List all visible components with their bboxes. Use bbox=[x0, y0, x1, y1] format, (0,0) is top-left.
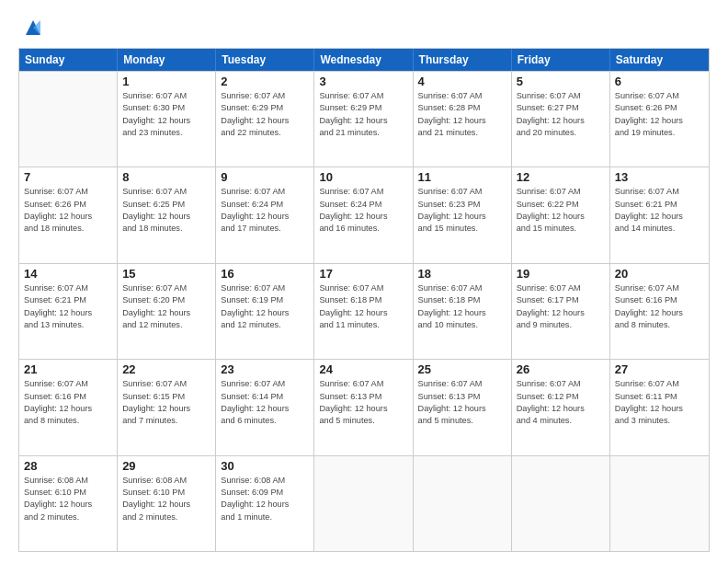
day-number: 6 bbox=[615, 75, 704, 88]
weekday-header-wednesday: Wednesday bbox=[314, 49, 413, 71]
day-cell-30: 30Sunrise: 6:08 AM Sunset: 6:09 PM Dayli… bbox=[216, 456, 314, 551]
day-cell-14: 14Sunrise: 6:07 AM Sunset: 6:21 PM Dayli… bbox=[19, 264, 118, 359]
weekday-header-tuesday: Tuesday bbox=[216, 49, 314, 71]
day-number: 13 bbox=[615, 170, 704, 184]
day-info: Sunrise: 6:07 AM Sunset: 6:21 PM Dayligh… bbox=[24, 282, 112, 331]
day-cell-13: 13Sunrise: 6:07 AM Sunset: 6:21 PM Dayli… bbox=[610, 167, 709, 262]
day-number: 12 bbox=[517, 170, 605, 184]
day-info: Sunrise: 6:07 AM Sunset: 6:16 PM Dayligh… bbox=[24, 378, 112, 427]
day-info: Sunrise: 6:07 AM Sunset: 6:11 PM Dayligh… bbox=[615, 378, 704, 427]
day-number: 25 bbox=[418, 362, 506, 376]
day-number: 2 bbox=[221, 75, 309, 88]
day-cell-6: 6Sunrise: 6:07 AM Sunset: 6:26 PM Daylig… bbox=[610, 72, 709, 167]
day-cell-20: 20Sunrise: 6:07 AM Sunset: 6:16 PM Dayli… bbox=[610, 264, 709, 359]
day-number: 8 bbox=[122, 170, 210, 184]
empty-cell bbox=[512, 456, 610, 551]
day-number: 20 bbox=[615, 267, 704, 281]
day-info: Sunrise: 6:07 AM Sunset: 6:29 PM Dayligh… bbox=[221, 90, 309, 139]
day-cell-11: 11Sunrise: 6:07 AM Sunset: 6:23 PM Dayli… bbox=[414, 167, 512, 262]
day-info: Sunrise: 6:07 AM Sunset: 6:17 PM Dayligh… bbox=[517, 282, 605, 331]
calendar-row-5: 28Sunrise: 6:08 AM Sunset: 6:10 PM Dayli… bbox=[19, 455, 709, 551]
page: SundayMondayTuesdayWednesdayThursdayFrid… bbox=[0, 0, 728, 563]
day-info: Sunrise: 6:07 AM Sunset: 6:12 PM Dayligh… bbox=[517, 378, 605, 427]
empty-cell bbox=[19, 72, 118, 167]
day-cell-25: 25Sunrise: 6:07 AM Sunset: 6:13 PM Dayli… bbox=[414, 360, 512, 454]
day-info: Sunrise: 6:07 AM Sunset: 6:13 PM Dayligh… bbox=[418, 378, 506, 427]
day-number: 29 bbox=[122, 459, 210, 473]
day-cell-21: 21Sunrise: 6:07 AM Sunset: 6:16 PM Dayli… bbox=[19, 360, 118, 454]
day-info: Sunrise: 6:07 AM Sunset: 6:28 PM Dayligh… bbox=[418, 90, 506, 139]
day-info: Sunrise: 6:08 AM Sunset: 6:10 PM Dayligh… bbox=[24, 475, 112, 523]
day-info: Sunrise: 6:07 AM Sunset: 6:24 PM Dayligh… bbox=[319, 186, 407, 235]
day-cell-16: 16Sunrise: 6:07 AM Sunset: 6:19 PM Dayli… bbox=[216, 264, 314, 359]
day-number: 21 bbox=[24, 362, 112, 376]
day-number: 7 bbox=[24, 170, 112, 184]
empty-cell bbox=[414, 456, 512, 551]
day-info: Sunrise: 6:07 AM Sunset: 6:27 PM Dayligh… bbox=[517, 90, 605, 139]
day-info: Sunrise: 6:07 AM Sunset: 6:18 PM Dayligh… bbox=[418, 282, 506, 331]
empty-cell bbox=[314, 456, 413, 551]
day-number: 9 bbox=[221, 170, 309, 184]
day-info: Sunrise: 6:07 AM Sunset: 6:26 PM Dayligh… bbox=[615, 90, 704, 139]
logo-icon bbox=[20, 15, 46, 40]
day-info: Sunrise: 6:07 AM Sunset: 6:22 PM Dayligh… bbox=[517, 186, 605, 235]
day-number: 15 bbox=[122, 267, 210, 281]
day-info: Sunrise: 6:08 AM Sunset: 6:09 PM Dayligh… bbox=[221, 475, 309, 523]
weekday-header-monday: Monday bbox=[118, 49, 216, 71]
logo bbox=[18, 15, 46, 40]
calendar: SundayMondayTuesdayWednesdayThursdayFrid… bbox=[18, 48, 710, 552]
calendar-body: 1Sunrise: 6:07 AM Sunset: 6:30 PM Daylig… bbox=[19, 71, 709, 551]
day-cell-22: 22Sunrise: 6:07 AM Sunset: 6:15 PM Dayli… bbox=[118, 360, 216, 454]
day-cell-26: 26Sunrise: 6:07 AM Sunset: 6:12 PM Dayli… bbox=[512, 360, 610, 454]
day-info: Sunrise: 6:07 AM Sunset: 6:29 PM Dayligh… bbox=[319, 90, 407, 139]
day-number: 14 bbox=[24, 267, 112, 281]
day-cell-8: 8Sunrise: 6:07 AM Sunset: 6:25 PM Daylig… bbox=[118, 167, 216, 262]
day-number: 4 bbox=[418, 75, 506, 88]
day-number: 16 bbox=[221, 267, 309, 281]
day-cell-1: 1Sunrise: 6:07 AM Sunset: 6:30 PM Daylig… bbox=[118, 72, 216, 167]
weekday-header-thursday: Thursday bbox=[414, 49, 512, 71]
day-number: 3 bbox=[319, 75, 407, 88]
day-number: 23 bbox=[221, 362, 309, 376]
day-cell-28: 28Sunrise: 6:08 AM Sunset: 6:10 PM Dayli… bbox=[19, 456, 118, 551]
day-info: Sunrise: 6:07 AM Sunset: 6:21 PM Dayligh… bbox=[615, 186, 704, 235]
day-cell-9: 9Sunrise: 6:07 AM Sunset: 6:24 PM Daylig… bbox=[216, 167, 314, 262]
weekday-header-sunday: Sunday bbox=[19, 49, 118, 71]
day-info: Sunrise: 6:07 AM Sunset: 6:19 PM Dayligh… bbox=[221, 282, 309, 331]
calendar-row-1: 1Sunrise: 6:07 AM Sunset: 6:30 PM Daylig… bbox=[19, 71, 709, 167]
calendar-row-2: 7Sunrise: 6:07 AM Sunset: 6:26 PM Daylig… bbox=[19, 167, 709, 262]
day-number: 10 bbox=[319, 170, 407, 184]
day-info: Sunrise: 6:07 AM Sunset: 6:24 PM Dayligh… bbox=[221, 186, 309, 235]
day-number: 19 bbox=[517, 267, 605, 281]
day-number: 28 bbox=[24, 459, 112, 473]
day-info: Sunrise: 6:07 AM Sunset: 6:25 PM Dayligh… bbox=[122, 186, 210, 235]
day-number: 5 bbox=[517, 75, 605, 88]
day-number: 30 bbox=[221, 459, 309, 473]
calendar-header: SundayMondayTuesdayWednesdayThursdayFrid… bbox=[19, 49, 709, 71]
calendar-row-4: 21Sunrise: 6:07 AM Sunset: 6:16 PM Dayli… bbox=[19, 359, 709, 454]
day-cell-5: 5Sunrise: 6:07 AM Sunset: 6:27 PM Daylig… bbox=[512, 72, 610, 167]
day-info: Sunrise: 6:07 AM Sunset: 6:15 PM Dayligh… bbox=[122, 378, 210, 427]
empty-cell bbox=[610, 456, 709, 551]
day-number: 27 bbox=[615, 362, 704, 376]
weekday-header-saturday: Saturday bbox=[610, 49, 709, 71]
day-cell-12: 12Sunrise: 6:07 AM Sunset: 6:22 PM Dayli… bbox=[512, 167, 610, 262]
day-cell-29: 29Sunrise: 6:08 AM Sunset: 6:10 PM Dayli… bbox=[118, 456, 216, 551]
day-cell-19: 19Sunrise: 6:07 AM Sunset: 6:17 PM Dayli… bbox=[512, 264, 610, 359]
day-info: Sunrise: 6:07 AM Sunset: 6:16 PM Dayligh… bbox=[615, 282, 704, 331]
day-info: Sunrise: 6:07 AM Sunset: 6:13 PM Dayligh… bbox=[319, 378, 407, 427]
day-info: Sunrise: 6:07 AM Sunset: 6:18 PM Dayligh… bbox=[319, 282, 407, 331]
calendar-row-3: 14Sunrise: 6:07 AM Sunset: 6:21 PM Dayli… bbox=[19, 263, 709, 359]
day-cell-24: 24Sunrise: 6:07 AM Sunset: 6:13 PM Dayli… bbox=[314, 360, 413, 454]
day-info: Sunrise: 6:07 AM Sunset: 6:26 PM Dayligh… bbox=[24, 186, 112, 235]
day-cell-2: 2Sunrise: 6:07 AM Sunset: 6:29 PM Daylig… bbox=[216, 72, 314, 167]
weekday-header-friday: Friday bbox=[512, 49, 610, 71]
day-number: 22 bbox=[122, 362, 210, 376]
day-number: 1 bbox=[122, 75, 210, 88]
day-cell-7: 7Sunrise: 6:07 AM Sunset: 6:26 PM Daylig… bbox=[19, 167, 118, 262]
day-cell-3: 3Sunrise: 6:07 AM Sunset: 6:29 PM Daylig… bbox=[314, 72, 413, 167]
day-cell-15: 15Sunrise: 6:07 AM Sunset: 6:20 PM Dayli… bbox=[118, 264, 216, 359]
day-info: Sunrise: 6:08 AM Sunset: 6:10 PM Dayligh… bbox=[122, 475, 210, 523]
day-info: Sunrise: 6:07 AM Sunset: 6:23 PM Dayligh… bbox=[418, 186, 506, 235]
day-number: 24 bbox=[319, 362, 407, 376]
